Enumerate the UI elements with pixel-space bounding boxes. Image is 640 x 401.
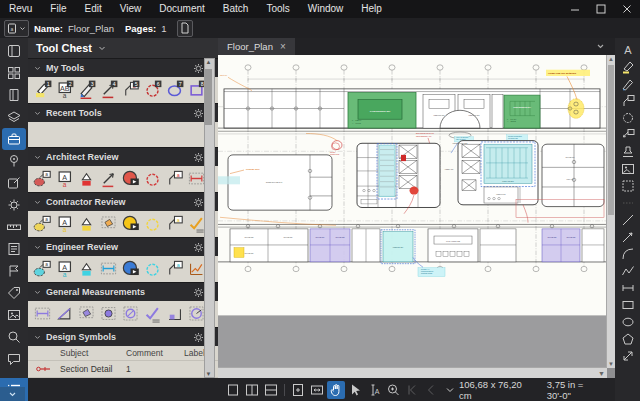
markup-tool-arrow[interactable] — [617, 228, 638, 245]
tool-dim[interactable] — [32, 303, 53, 324]
markup-tool-stamp[interactable] — [617, 143, 638, 160]
horizontal-scrollbar[interactable]: ▼ — [218, 367, 607, 378]
panel-tab-media[interactable] — [2, 304, 26, 326]
menu-batch[interactable]: Batch — [214, 0, 258, 18]
status-split-horizontal-button[interactable] — [262, 381, 280, 399]
tool-arrow-4[interactable]: 4 — [98, 79, 119, 100]
table-row[interactable]: Section Detail1 — [28, 361, 218, 378]
section-header-design-symbols[interactable]: Design Symbols — [28, 327, 218, 346]
hscroll-chevron-icon[interactable]: ▼ — [596, 370, 607, 377]
gear-icon[interactable] — [193, 287, 204, 298]
section-header-architect-review[interactable]: Architect Review — [28, 147, 218, 166]
gear-icon[interactable] — [193, 242, 204, 253]
tool-slope[interactable] — [54, 303, 75, 324]
markup-tool-snapshot[interactable] — [617, 177, 638, 194]
menu-document[interactable]: Document — [150, 0, 214, 18]
tool-paint[interactable] — [76, 258, 97, 279]
scroll-up-icon[interactable]: ▲ — [205, 59, 212, 65]
tool-diam[interactable] — [120, 303, 141, 324]
right-rail-expand-button[interactable] — [0, 387, 25, 401]
tool-camcircle[interactable] — [120, 258, 141, 279]
tool-gearm[interactable] — [98, 303, 119, 324]
tool-pen-3[interactable]: 3 — [76, 79, 97, 100]
markup-tool-line[interactable] — [617, 211, 638, 228]
markup-tool-image[interactable] — [617, 160, 638, 177]
markup-tool-rectangle[interactable] — [617, 296, 638, 313]
file-menu-button[interactable]: a — [4, 20, 29, 37]
status-split-vertical-button[interactable] — [243, 381, 261, 399]
status-more-chevron-button[interactable] — [441, 381, 459, 399]
tool-check[interactable] — [142, 303, 163, 324]
panel-tab-markups[interactable] — [2, 172, 26, 194]
tool-callout[interactable]: a — [164, 213, 185, 234]
panel-tab-search[interactable] — [2, 326, 26, 348]
panel-tab-properties[interactable] — [2, 194, 26, 216]
tool-calloutcloud[interactable]: a — [32, 168, 53, 189]
section-header-contractor-review[interactable]: Contractor Review — [28, 192, 218, 211]
status-single-page-button[interactable] — [224, 381, 242, 399]
tool-chest-header[interactable]: Tool Chest — [28, 38, 218, 58]
panel-tab-measurements[interactable] — [2, 216, 26, 238]
scrollbar-thumb[interactable] — [205, 69, 212, 125]
panel-tab-studio[interactable] — [2, 348, 26, 370]
tool-callout-5[interactable]: a5 — [120, 79, 141, 100]
maximize-button[interactable] — [588, 0, 614, 18]
markup-tool-highlight[interactable] — [617, 58, 638, 75]
markup-tool-text[interactable]: A — [617, 41, 638, 58]
tool-arrow[interactable] — [98, 168, 119, 189]
markup-tool-ellipse[interactable] — [617, 313, 638, 330]
panel-tab-thumbnails[interactable] — [2, 62, 26, 84]
menu-tools[interactable]: Tools — [257, 0, 298, 18]
markup-tool-arc[interactable] — [617, 245, 638, 262]
status-page-setup-button[interactable] — [289, 381, 307, 399]
markup-tool-polygon[interactable] — [617, 330, 638, 347]
tool-dim[interactable] — [98, 258, 119, 279]
tool-callout[interactable]: a — [164, 258, 185, 279]
tool-cloud[interactable] — [142, 258, 163, 279]
tool-ellipse-7[interactable]: 7 — [164, 79, 185, 100]
gear-icon[interactable] — [193, 152, 204, 163]
status-zoom-button[interactable] — [384, 381, 402, 399]
status-select-text-button[interactable]: A — [365, 381, 383, 399]
vertical-scrollbar[interactable]: ▲ ▼ — [606, 55, 615, 368]
tool-area[interactable] — [76, 303, 97, 324]
panel-tab-bookmarks[interactable] — [2, 84, 26, 106]
panel-tab-tool-chest[interactable] — [2, 128, 26, 150]
vscroll-thumb[interactable] — [608, 65, 614, 215]
status-select-button[interactable] — [346, 381, 364, 399]
tool-paint[interactable] — [76, 213, 97, 234]
drawing-canvas[interactable]: Head end off details?CONFERENCE 207L = 1… — [218, 55, 607, 368]
markup-tool-resize-corner[interactable] — [617, 347, 638, 364]
minimize-button[interactable] — [562, 0, 588, 18]
markup-tool-callout-arrow[interactable] — [617, 126, 638, 143]
scroll-down-icon[interactable]: ▼ — [205, 371, 212, 377]
panel-tab-markups-list[interactable] — [2, 238, 26, 260]
page-template-button[interactable] — [177, 20, 193, 37]
tool-camcircle[interactable] — [120, 168, 141, 189]
menu-file[interactable]: File — [41, 0, 75, 18]
menu-help[interactable]: Help — [352, 0, 391, 18]
tool-text[interactable]: Aa — [54, 168, 75, 189]
section-header-general-measurements[interactable]: General Measurements — [28, 282, 218, 301]
menu-window[interactable]: Window — [299, 0, 353, 18]
tool-calloutcloud[interactable]: a — [32, 258, 53, 279]
panel-tab-flags[interactable] — [2, 260, 26, 282]
section-header-my-tools[interactable]: My Tools — [28, 58, 218, 77]
markup-tool-cloud[interactable] — [617, 109, 638, 126]
tool-text-2[interactable]: ABa2 — [54, 79, 75, 100]
markup-tool-pen[interactable] — [617, 75, 638, 92]
gear-icon[interactable] — [193, 63, 204, 74]
tool-cloud-6[interactable]: 6 — [142, 79, 163, 100]
tool-callout[interactable]: a — [164, 168, 185, 189]
panel-tab-links[interactable] — [2, 282, 26, 304]
tool-angle[interactable] — [164, 303, 185, 324]
tool-text[interactable]: Aa — [54, 258, 75, 279]
gear-icon[interactable] — [193, 108, 204, 119]
status-fit-width-button[interactable] — [308, 381, 326, 399]
tool-cloud[interactable] — [142, 168, 163, 189]
markup-tool-dimension[interactable] — [617, 279, 638, 296]
tab-list-chevron-icon[interactable] — [596, 42, 605, 51]
menu-edit[interactable]: Edit — [75, 0, 110, 18]
menu-view[interactable]: View — [111, 0, 151, 18]
document-tab[interactable]: Floor_Plan × — [218, 38, 295, 55]
